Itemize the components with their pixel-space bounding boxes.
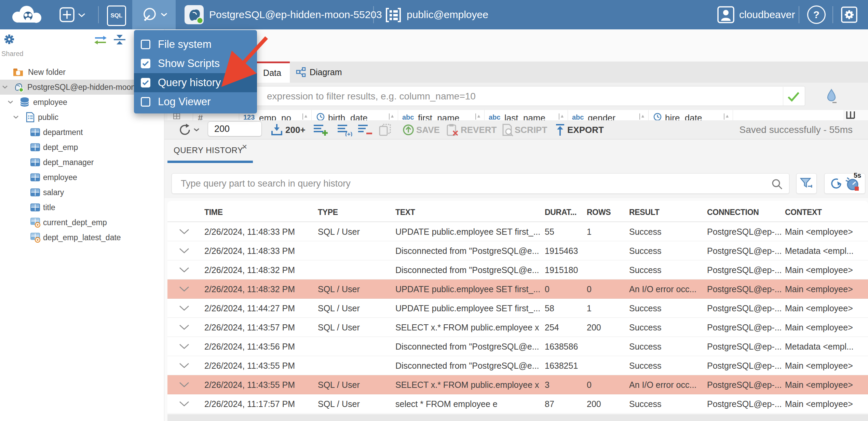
grid-columns-icon[interactable] [845, 111, 856, 120]
row-expand-chevron-icon[interactable] [179, 286, 189, 292]
export-icon[interactable] [555, 123, 565, 136]
history-row[interactable]: 2/26/2024, 11:48:33 PMSQL / UserUPDATE p… [167, 222, 868, 241]
tree-item-salary[interactable]: salary [0, 185, 164, 200]
refresh-icon[interactable] [178, 123, 192, 137]
row-expand-chevron-icon[interactable] [179, 363, 189, 368]
row-expand-chevron-icon[interactable] [179, 324, 189, 330]
history-row[interactable]: 2/26/2024, 11:48:32 PMSQL / UserUPDATE p… [167, 280, 868, 299]
row-expand-chevron-icon[interactable] [179, 229, 189, 234]
sort-icon[interactable] [302, 113, 308, 120]
script-icon[interactable] [501, 123, 514, 136]
settings-button[interactable] [841, 6, 858, 25]
tree-item-department[interactable]: department [0, 125, 164, 140]
grid-col-empty[interactable] [733, 110, 844, 120]
schema-icon[interactable] [385, 8, 401, 23]
close-tab-icon[interactable]: × [242, 142, 247, 151]
row-expand-chevron-icon[interactable] [179, 382, 189, 388]
tree-item-current-dept-emp[interactable]: current_dept_emp [0, 215, 164, 230]
history-row[interactable]: 2/26/2024, 11:48:33 PMDisconnected from … [167, 241, 868, 260]
row-expand-chevron-icon[interactable] [179, 343, 189, 349]
col-header-text[interactable]: TEXT [395, 208, 543, 217]
revert-icon[interactable] [446, 123, 459, 136]
grid-corner-icon[interactable] [173, 113, 180, 120]
tab-diagram[interactable]: Diagram [290, 62, 347, 83]
refresh-chevron-icon[interactable] [193, 128, 200, 132]
grid-col-gender[interactable]: abcgender [568, 110, 649, 120]
col-header-rows[interactable]: ROWS [587, 208, 627, 217]
sort-icon[interactable] [388, 113, 394, 120]
col-header-result[interactable]: RESULT [629, 208, 705, 217]
tree-expand-chevron-icon[interactable] [13, 116, 19, 119]
save-icon[interactable] [403, 124, 414, 136]
history-row[interactable]: 2/26/2024, 11:17:57 PMSQL / Userselect *… [167, 394, 868, 413]
menu-item-show-scripts[interactable]: Show Scripts [134, 54, 257, 73]
tree-item-title[interactable]: title [0, 200, 164, 215]
new-object-chevron-icon[interactable] [78, 13, 85, 17]
checkbox-checked-icon[interactable] [141, 59, 150, 68]
checkbox-unchecked-icon[interactable] [141, 40, 150, 49]
grid-col-hire_date[interactable]: hire_date [649, 110, 733, 120]
table-scroll-gutter[interactable] [167, 414, 868, 421]
history-row[interactable]: 2/26/2024, 11:43:55 PMSQL / UserSELECT x… [167, 375, 868, 394]
sort-icon[interactable] [558, 113, 564, 120]
fetch-more-label[interactable]: 200+ [285, 124, 306, 135]
col-header-time[interactable]: TIME [204, 208, 315, 217]
tab-data[interactable]: Data [255, 62, 290, 83]
query-history-search-input[interactable]: Type query part to search in query histo… [172, 173, 789, 194]
row-expand-chevron-icon[interactable] [179, 248, 189, 254]
script-button[interactable]: SCRIPT [515, 124, 547, 135]
tab-query-history[interactable]: QUERY HISTORY [174, 146, 243, 155]
postgres-connection-icon[interactable] [185, 5, 204, 24]
duplicate-row-icon[interactable]: (+) [337, 123, 353, 136]
sidebar-settings-icon[interactable] [3, 33, 15, 45]
tree-item-employee[interactable]: employee [0, 170, 164, 185]
apply-filter-check-icon[interactable] [787, 91, 800, 102]
row-expand-chevron-icon[interactable] [179, 401, 189, 407]
menu-item-log-viewer[interactable]: Log Viewer [134, 92, 257, 111]
tree-item-dept-emp[interactable]: dept_emp [0, 140, 164, 155]
history-filter-button[interactable] [796, 173, 817, 194]
col-header-context[interactable]: CONTEXT [785, 208, 866, 217]
grid-col-first_name[interactable]: abcfirst_name [398, 110, 485, 120]
grid-col-last_name[interactable]: abclast_name [485, 110, 568, 120]
collapse-all-icon[interactable] [113, 34, 126, 45]
row-expand-chevron-icon[interactable] [179, 305, 189, 311]
history-row[interactable]: 2/26/2024, 11:48:32 PMDisconnected from … [167, 260, 868, 280]
grid-col-birth_date[interactable]: birth_date [312, 110, 398, 120]
history-row[interactable]: 2/26/2024, 11:44:27 PMSQL / UserUPDATE p… [167, 299, 868, 318]
schema-name[interactable]: public@employee [407, 0, 488, 29]
tree-item-dept-emp-latest-date[interactable]: dept_emp_latest_date [0, 230, 164, 245]
revert-button[interactable]: REVERT [461, 124, 497, 135]
cloudbeaver-logo-icon[interactable] [9, 5, 45, 25]
sort-icon[interactable] [723, 113, 729, 120]
sync-connection-icon[interactable] [94, 35, 107, 45]
delete-row-icon[interactable] [357, 123, 372, 136]
add-row-icon[interactable] [313, 123, 329, 136]
row-expand-chevron-icon[interactable] [179, 267, 189, 273]
tree-expand-chevron-icon[interactable] [8, 100, 13, 104]
connection-name[interactable]: PostgreSQL@ep-hidden-moon-55203 [209, 0, 382, 29]
user-avatar-icon[interactable] [717, 6, 735, 25]
sort-icon[interactable] [475, 113, 481, 120]
new-object-button[interactable] [59, 6, 75, 23]
clear-filter-eraser-icon[interactable] [826, 89, 838, 104]
tree-item-dept-manager[interactable]: dept_manager [0, 155, 164, 170]
sql-editor-button[interactable]: SQL [107, 5, 126, 26]
history-row[interactable]: 2/26/2024, 11:43:57 PMSQL / UserSELECT x… [167, 318, 868, 337]
menu-item-query-history[interactable]: Query history [134, 73, 257, 92]
filter-expression-input[interactable]: expression to filter results, e.g. colum… [172, 86, 805, 106]
username[interactable]: cloudbeaver [739, 0, 795, 29]
history-row[interactable]: 2/26/2024, 11:43:56 PMDisconnected from … [167, 337, 868, 356]
save-button[interactable]: SAVE [416, 124, 440, 135]
col-header-duration[interactable]: DURAT... [545, 208, 585, 217]
history-row[interactable]: 2/26/2024, 11:43:55 PMDisconnected from … [167, 356, 868, 375]
fetch-size-input[interactable]: 200 [208, 121, 262, 136]
tree-expand-chevron-icon[interactable] [2, 85, 8, 89]
fetch-more-icon[interactable] [270, 123, 284, 136]
history-refresh-icon[interactable] [829, 177, 843, 190]
tools-menu-button[interactable] [132, 0, 176, 29]
checkbox-unchecked-icon[interactable] [141, 97, 150, 107]
checkbox-checked-icon[interactable] [141, 78, 150, 87]
menu-item-file-system[interactable]: File system [134, 35, 257, 54]
export-button[interactable]: EXPORT [567, 124, 604, 135]
